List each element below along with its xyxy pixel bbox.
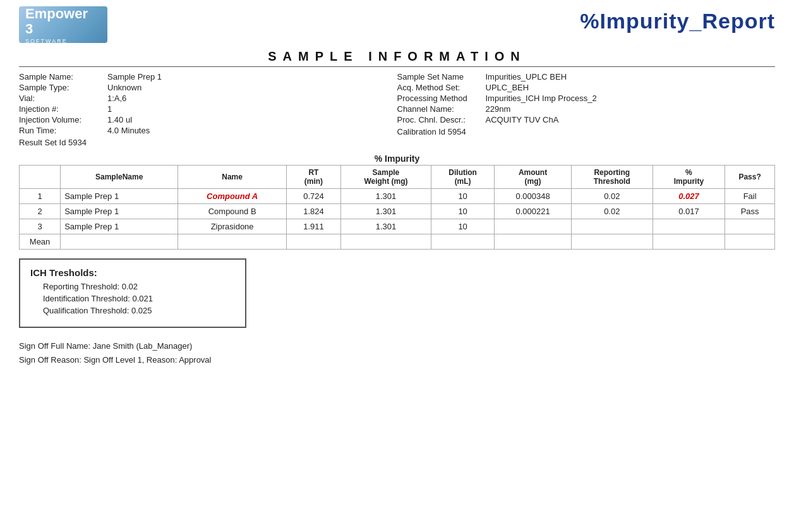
ich-threshold-row: Qualification Threshold: 0.025 [30,306,232,315]
sample-set-value: Impurities_UPLC BEH [486,72,567,82]
processing-method-label: Processing Method [397,94,486,103]
col-header-impurity: %Impurity [653,166,725,189]
ich-title: ICH Tresholds: [30,267,232,278]
acq-method-value: UPLC_BEH [486,83,529,92]
col-header-amount: Amount(mg) [495,166,572,189]
logo-title: Empower 3 [25,6,97,37]
ich-box: ICH Tresholds: Reporting Threshold: 0.02… [19,258,246,328]
injection-num-value: 1 [107,104,112,114]
injection-vol-row: Injection Volume: 1.40 ul [19,115,397,124]
sample-name-value: Sample Prep 1 [107,72,162,82]
ich-threshold-row: Reporting Threshold: 0.02 [30,282,232,291]
sign-off-line1: Sign Off Full Name: Jane Smith (Lab_Mana… [19,339,775,353]
vial-row: Vial: 1:A,6 [19,94,397,103]
col-header-threshold: ReportingThreshold [571,166,653,189]
header: Empower 3 SOFTWARE %Impurity_Report [19,6,775,43]
channel-name-value: 229nm [486,104,511,114]
logo-subtitle: SOFTWARE [25,38,68,44]
col-header-weight: SampleWeight (mg) [340,166,431,189]
col-header-rt: RT(min) [287,166,341,189]
col-header-num [20,166,61,189]
sample-set-row: Sample Set Name Impurities_UPLC BEH [397,72,776,82]
proc-chnl-label: Proc. Chnl. Descr.: [397,115,486,124]
result-set-row: Result Set Id 5934 [19,138,397,147]
vial-value: 1:A,6 [107,94,126,103]
table-row: Mean [20,234,775,250]
proc-chnl-value: ACQUITY TUV ChA [486,115,559,124]
sample-info-left: Sample Name: Sample Prep 1 Sample Type: … [19,72,397,147]
run-time-row: Run Time: 4.0 Minutes [19,126,397,135]
report-title: %Impurity_Report [580,9,775,33]
table-section: % Impurity SampleName Name RT(min) Sampl… [19,154,775,250]
injection-num-label: Injection #: [19,104,107,114]
sample-set-label: Sample Set Name [397,72,486,82]
run-time-label: Run Time: [19,126,107,135]
col-header-dilution: Dilution(mL) [431,166,495,189]
acq-method-row: Acq. Method Set: UPLC_BEH [397,83,776,92]
impurity-table: SampleName Name RT(min) SampleWeight (mg… [19,165,775,250]
table-row: 1Sample Prep 1Compound A0.7241.301100.00… [20,189,775,204]
acq-method-label: Acq. Method Set: [397,83,486,92]
sign-off: Sign Off Full Name: Jane Smith (Lab_Mana… [19,339,775,367]
sample-name-row: Sample Name: Sample Prep 1 [19,72,397,82]
channel-name-row: Channel Name: 229nm [397,104,776,114]
run-time-value: 4.0 Minutes [107,126,150,135]
col-header-name: Name [178,166,287,189]
ich-threshold-row: Identification Threshold: 0.021 [30,294,232,303]
channel-name-label: Channel Name: [397,104,486,114]
injection-vol-value: 1.40 ul [107,115,132,124]
sample-info-right: Sample Set Name Impurities_UPLC BEH Acq.… [397,72,776,147]
injection-num-row: Injection #: 1 [19,104,397,114]
table-title: % Impurity [19,154,775,164]
section-divider [19,66,775,67]
table-header-row: SampleName Name RT(min) SampleWeight (mg… [20,166,775,189]
result-set-value: Result Set Id 5934 [19,138,87,147]
calibration-value: Calibration Id 5954 [397,127,466,136]
logo: Empower 3 SOFTWARE [19,6,107,43]
injection-vol-label: Injection Volume: [19,115,107,124]
processing-method-value: Impurities_ICH Imp Process_2 [486,94,597,103]
sample-name-label: Sample Name: [19,72,107,82]
table-row: 3Sample Prep 1Ziprasidone1.9111.30110 [20,219,775,234]
sample-type-value: Unknown [107,83,141,92]
vial-label: Vial: [19,94,107,103]
calibration-row: Calibration Id 5954 [397,127,776,136]
sample-info: Sample Name: Sample Prep 1 Sample Type: … [19,72,775,147]
table-row: 2Sample Prep 1Compound B1.8241.301100.00… [20,204,775,219]
col-header-pass: Pass? [725,166,775,189]
col-header-samplename: SampleName [61,166,178,189]
sample-type-row: Sample Type: Unknown [19,83,397,92]
section-title: SAMPLE INFORMATION [19,49,775,64]
sample-type-label: Sample Type: [19,83,107,92]
proc-chnl-row: Proc. Chnl. Descr.: ACQUITY TUV ChA [397,115,776,124]
processing-method-row: Processing Method Impurities_ICH Imp Pro… [397,94,776,103]
sign-off-line2: Sign Off Reason: Sign Off Level 1, Reaso… [19,353,775,367]
